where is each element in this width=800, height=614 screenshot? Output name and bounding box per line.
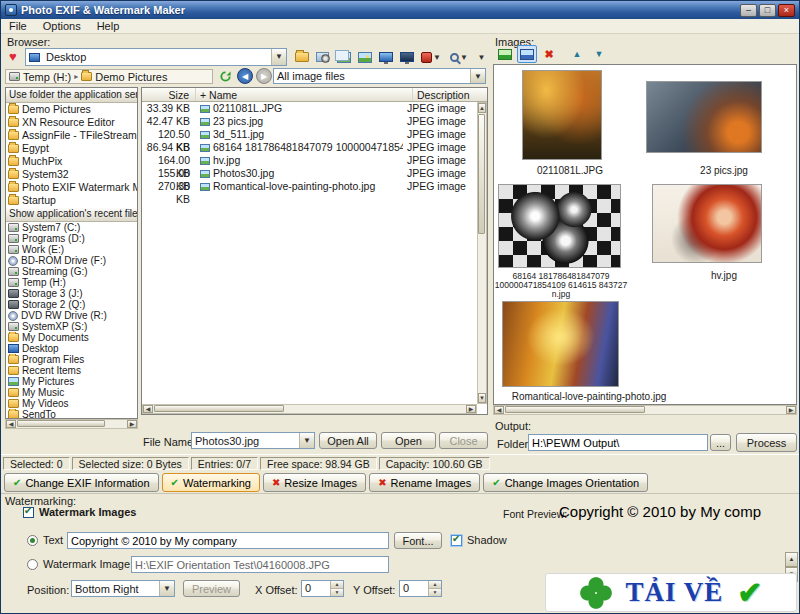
place-item[interactable]: My Videos — [6, 398, 137, 409]
place-item[interactable]: My Pictures — [6, 376, 137, 387]
chevron-down-icon[interactable]: ▼ — [299, 433, 314, 448]
preview-button[interactable]: Preview — [183, 580, 240, 597]
process-button[interactable]: Process — [736, 433, 797, 452]
shadow-checkbox[interactable] — [451, 535, 462, 546]
thumbnail[interactable] — [498, 184, 621, 268]
tag-menu-button[interactable]: ▼ — [418, 48, 444, 66]
file-list-hscrollbar[interactable]: ◀ ▶ — [142, 404, 477, 414]
forward-button[interactable]: ▶ — [256, 68, 272, 84]
place-item[interactable]: Desktop — [6, 343, 137, 354]
back-button[interactable]: ◀ — [237, 68, 253, 84]
folder-panel-hscrollbar[interactable]: ◀ ▶ — [5, 419, 138, 429]
open-all-button[interactable]: Open All — [319, 432, 377, 449]
maximize-button[interactable]: □ — [759, 4, 776, 17]
place-item[interactable]: SystemXP (S:) — [6, 321, 137, 332]
place-item[interactable]: BD-ROM Drive (F:) — [6, 255, 137, 266]
place-item[interactable]: Storage 2 (Q:) — [6, 299, 137, 310]
feature-tab[interactable]: Change EXIF Information — [4, 473, 159, 492]
folder-item[interactable]: Startup — [6, 194, 137, 207]
view-images-button[interactable] — [517, 45, 537, 63]
scroll-down-icon[interactable]: ▼ — [478, 393, 486, 403]
place-item[interactable]: My Documents — [6, 332, 137, 343]
file-filter-combobox[interactable]: All image files ▼ — [273, 68, 486, 84]
folder-item[interactable]: Egypt — [6, 142, 137, 155]
output-folder-input[interactable] — [528, 434, 708, 451]
feature-tab[interactable]: Watermarking — [162, 473, 260, 492]
place-item[interactable]: Programs (D:) — [6, 233, 137, 244]
scroll-left-icon[interactable]: ◀ — [6, 420, 16, 428]
place-item[interactable]: SendTo — [6, 409, 137, 419]
position-combobox[interactable]: Bottom Right ▼ — [71, 580, 175, 597]
open-button[interactable]: Open — [381, 432, 436, 449]
file-row[interactable]: 86.94 KB 68164 181786481847079 100000471… — [142, 141, 477, 154]
shadow-checkbox-row[interactable]: Shadow — [451, 534, 507, 546]
place-item[interactable]: Storage 3 (J:) — [6, 288, 137, 299]
thumbnails-hscrollbar[interactable]: ◀ ▶ — [493, 405, 797, 415]
folder-item[interactable]: AssignFile - TFileStream Spe... — [6, 129, 137, 142]
close-button[interactable]: × — [778, 4, 795, 17]
remove-image-button[interactable]: ✖ — [539, 45, 559, 63]
chevron-down-icon[interactable]: ▼ — [159, 581, 174, 596]
thumbnail[interactable] — [646, 81, 762, 153]
file-row[interactable]: 33.39 KB 0211081L.JPG JPEG image — [142, 102, 477, 115]
thumbnail[interactable] — [502, 301, 619, 387]
text-radio[interactable] — [27, 535, 38, 546]
place-item[interactable]: Program Files — [6, 354, 137, 365]
scroll-thumb[interactable] — [17, 420, 105, 427]
menu-item[interactable]: File — [1, 19, 35, 34]
browse-button[interactable]: ... — [710, 434, 731, 451]
sent-folder-header[interactable]: Use folder the application sent — [6, 88, 137, 103]
spin-up-icon[interactable]: ▲ — [331, 581, 343, 588]
scroll-thumb[interactable] — [478, 114, 485, 234]
recent-files-header[interactable]: Show application's recent files — [6, 207, 137, 222]
images-button[interactable] — [334, 48, 353, 66]
scroll-up-icon[interactable]: ▲ — [785, 552, 798, 567]
spin-down-icon[interactable]: ▼ — [331, 588, 343, 596]
menu-item[interactable]: Help — [89, 19, 128, 34]
download-badge[interactable]: TẢI VỀ ✔ — [545, 573, 797, 612]
font-button[interactable]: Font... — [394, 532, 442, 549]
zoom-menu-button[interactable]: ▼ — [446, 48, 472, 66]
close-file-button[interactable]: Close — [439, 432, 488, 449]
watermark-images-checkbox-row[interactable]: Watermark Images — [23, 506, 136, 518]
folder-item[interactable]: XN Resource Editor — [6, 116, 137, 129]
file-row[interactable]: 155.00 KB Photos30.jpg JPEG image — [142, 167, 477, 180]
open-folder-button[interactable] — [292, 48, 311, 66]
place-item[interactable]: DVD RW Drive (R:) — [6, 310, 137, 321]
folder-item[interactable]: System32 — [6, 168, 137, 181]
feature-tab[interactable]: Change Images Orientation — [483, 473, 648, 492]
feature-tab[interactable]: Rename Images — [369, 473, 480, 492]
file-row[interactable]: 120.50 KB 3d_511.jpg JPEG image — [142, 128, 477, 141]
file-row[interactable]: 270.30 KB Romantical-love-painting-photo… — [142, 180, 477, 193]
move-up-button[interactable]: ▲ — [567, 45, 587, 63]
column-size[interactable]: Size — [142, 88, 196, 101]
place-item[interactable]: System7 (C:) — [6, 222, 137, 233]
menu-item[interactable]: Options — [35, 19, 89, 34]
slideshow-button[interactable] — [376, 48, 395, 66]
thumbnail[interactable] — [522, 70, 602, 160]
scroll-thumb[interactable] — [154, 405, 284, 412]
folder-item[interactable]: MuchPix — [6, 155, 137, 168]
scroll-left-icon[interactable]: ◀ — [143, 405, 153, 413]
breadcrumb-segment[interactable]: Temp (H:) — [9, 71, 71, 83]
scroll-right-icon[interactable]: ▶ — [466, 405, 476, 413]
place-item[interactable]: Temp (H:) — [6, 277, 137, 288]
favorites-heart-icon[interactable]: ♥ — [9, 50, 17, 64]
scroll-thumb[interactable] — [505, 406, 645, 413]
watermark-text-input[interactable] — [67, 532, 389, 549]
place-item[interactable]: Recent Items — [6, 365, 137, 376]
move-down-button[interactable]: ▼ — [589, 45, 609, 63]
refresh-button[interactable] — [217, 68, 233, 84]
add-images-button[interactable] — [495, 45, 515, 63]
thumbnail[interactable] — [652, 184, 762, 263]
spin-down-icon[interactable]: ▼ — [429, 588, 441, 596]
image-settings-button[interactable] — [313, 48, 332, 66]
file-row[interactable]: 164.00 KB hv.jpg JPEG image — [142, 154, 477, 167]
watermark-images-checkbox[interactable] — [23, 507, 34, 518]
minimize-button[interactable]: – — [740, 4, 757, 17]
breadcrumb-segment[interactable]: Demo Pictures — [71, 71, 167, 83]
more-menu-button[interactable]: ▼ — [474, 48, 488, 66]
feature-tab[interactable]: Resize Images — [263, 473, 366, 492]
scroll-right-icon[interactable]: ▶ — [127, 420, 137, 428]
place-item[interactable]: Streaming (G:) — [6, 266, 137, 277]
